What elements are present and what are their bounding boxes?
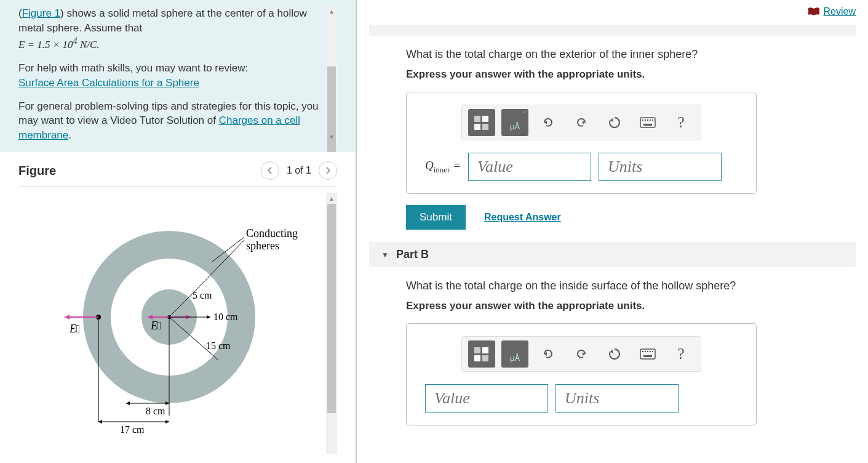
svg-marker-11	[65, 315, 70, 320]
template-icon	[472, 113, 491, 132]
svg-rect-42	[640, 118, 655, 127]
svg-rect-48	[643, 124, 652, 126]
answer-box: μÅ ?	[406, 323, 757, 425]
part-a-instruction: Express your answer with the appropriate…	[406, 68, 856, 81]
svg-text:8 cm: 8 cm	[146, 406, 165, 416]
svg-rect-50	[482, 347, 488, 353]
svg-rect-37	[474, 124, 480, 130]
reset-button[interactable]	[601, 340, 628, 368]
undo-button[interactable]	[535, 109, 562, 136]
chevron-left-icon	[266, 167, 274, 174]
units-tool-button[interactable]: μÅ °	[501, 109, 528, 136]
part-b: ▼ Part B What is the total charge on the…	[369, 242, 856, 425]
svg-text:17 cm: 17 cm	[120, 424, 145, 435]
request-answer-link[interactable]: Request Answer	[484, 212, 561, 223]
problem-scrollbar[interactable]: ▲ ▼	[326, 6, 337, 143]
undo-button[interactable]	[535, 340, 562, 368]
help-intro: For help with math skills, you may want …	[18, 62, 248, 74]
reset-icon	[608, 347, 621, 361]
svg-rect-52	[482, 355, 488, 361]
chevron-down-icon: ▼	[381, 251, 389, 259]
book-icon	[808, 7, 820, 16]
svg-rect-62	[643, 355, 652, 357]
keyboard-button[interactable]	[634, 109, 661, 136]
svg-text:10 cm: 10 cm	[213, 312, 238, 322]
review-link[interactable]: Review	[808, 6, 856, 17]
figure-link[interactable]: Figure 1	[22, 7, 60, 19]
submit-button[interactable]: Submit	[406, 205, 466, 230]
svg-text:E⃗: E⃗	[150, 320, 162, 332]
svg-rect-45	[647, 119, 648, 121]
svg-rect-38	[482, 124, 488, 130]
problem-statement: (Figure 1) shows a solid metal sphere at…	[18, 6, 321, 143]
undo-icon	[541, 347, 555, 361]
part-a: What is the total charge on the exterior…	[369, 36, 856, 230]
keyboard-icon	[640, 348, 656, 360]
svg-marker-55	[610, 350, 613, 353]
svg-rect-61	[652, 351, 653, 352]
svg-marker-32	[98, 420, 102, 424]
answer-box: μÅ ° ?	[406, 92, 757, 194]
units-tool-button[interactable]: μÅ	[501, 340, 528, 368]
undo-icon	[541, 116, 555, 129]
svg-rect-59	[647, 351, 648, 352]
variable-label: Qinner =	[425, 159, 461, 175]
figure-title: Figure	[18, 164, 56, 178]
value-input[interactable]	[425, 384, 548, 413]
scroll-down-icon[interactable]: ▼	[326, 132, 337, 143]
keyboard-button[interactable]	[634, 340, 661, 368]
svg-rect-58	[645, 351, 646, 352]
chevron-right-icon	[324, 167, 332, 174]
template-tool-button[interactable]	[468, 109, 495, 136]
svg-text:Conducting: Conducting	[246, 227, 298, 240]
svg-text:5 cm: 5 cm	[193, 290, 212, 300]
svg-marker-41	[610, 118, 613, 122]
svg-text:15 cm: 15 cm	[206, 340, 231, 351]
svg-rect-60	[650, 351, 651, 352]
part-a-question: What is the total charge on the exterior…	[406, 48, 856, 61]
svg-marker-27	[126, 401, 130, 405]
keyboard-icon	[640, 117, 656, 128]
svg-rect-47	[652, 119, 653, 121]
formula-e: E = 1.5 × 104 N/C.	[18, 39, 100, 50]
figure-prev-button[interactable]	[261, 161, 279, 180]
figure-scrollbar[interactable]: ▲	[326, 193, 337, 454]
surface-area-link[interactable]: Surface Area Calculations for a Sphere	[18, 77, 199, 89]
text: ) shows a solid metal sphere at the cent…	[18, 7, 307, 34]
figure-next-button[interactable]	[319, 161, 337, 180]
units-input[interactable]	[599, 153, 722, 181]
units-input[interactable]	[555, 384, 679, 413]
part-b-instruction: Express your answer with the appropriate…	[406, 300, 856, 312]
part-b-header[interactable]: ▼ Part B	[369, 242, 856, 267]
answer-toolbar: μÅ ?	[461, 336, 701, 372]
scroll-thumb[interactable]	[327, 204, 336, 413]
template-icon	[472, 345, 491, 363]
svg-text:E⃗: E⃗	[69, 323, 81, 335]
answer-toolbar: μÅ ° ?	[461, 105, 701, 140]
figure-diagram: E⃗ E⃗ 5 cm 10 cm 15 cm	[28, 206, 317, 440]
redo-icon	[575, 347, 588, 361]
svg-rect-44	[645, 119, 646, 121]
part-b-question: What is the total charge on the inside s…	[406, 280, 856, 292]
svg-rect-46	[650, 119, 651, 121]
redo-icon	[575, 116, 588, 129]
reset-button[interactable]	[601, 109, 628, 136]
svg-rect-36	[482, 116, 488, 122]
scroll-up-icon[interactable]: ▲	[326, 193, 337, 204]
svg-rect-43	[642, 119, 643, 121]
svg-rect-57	[642, 351, 643, 352]
scroll-up-icon[interactable]: ▲	[326, 6, 337, 17]
text: .	[68, 129, 71, 141]
svg-rect-35	[474, 116, 480, 122]
redo-button[interactable]	[568, 109, 595, 136]
help-button[interactable]: ?	[667, 340, 695, 368]
reset-icon	[608, 116, 621, 129]
redo-button[interactable]	[568, 340, 595, 368]
svg-rect-49	[474, 347, 480, 353]
help-button[interactable]: ?	[667, 109, 695, 136]
svg-marker-33	[165, 420, 169, 424]
review-label: Review	[824, 6, 856, 17]
svg-rect-51	[474, 355, 480, 361]
value-input[interactable]	[468, 153, 591, 181]
template-tool-button[interactable]	[468, 340, 495, 368]
